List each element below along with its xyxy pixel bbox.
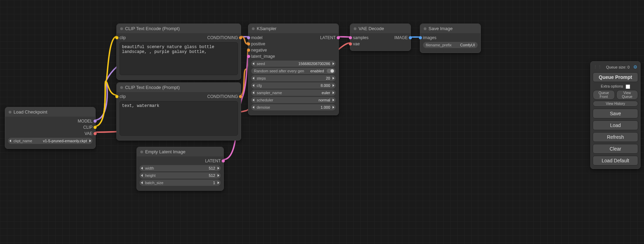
collapse-dot-icon[interactable]: [120, 27, 123, 30]
port-model-icon[interactable]: [94, 120, 97, 123]
port-conditioning-icon[interactable]: [247, 49, 250, 52]
output-vae[interactable]: VAE: [8, 130, 92, 137]
prompt-textarea[interactable]: [120, 101, 238, 136]
toggle-icon[interactable]: [327, 69, 334, 73]
port-image-icon[interactable]: [419, 36, 422, 39]
arrow-left-icon[interactable]: [9, 139, 11, 142]
node-header[interactable]: Save Image: [420, 24, 480, 33]
queue-prompt-button[interactable]: Queue Prompt: [593, 72, 638, 82]
collapse-dot-icon[interactable]: [140, 151, 143, 153]
view-history-button[interactable]: View History: [593, 101, 638, 107]
node-ksampler[interactable]: KSampler model LATENT positive negative …: [248, 24, 339, 115]
output-latent[interactable]: LATENT: [320, 35, 336, 40]
arrow-left-icon[interactable]: [141, 181, 143, 184]
output-conditioning[interactable]: CONDITIONING: [207, 94, 238, 99]
main-menu[interactable]: ⋮⋮ Queue size: 0 ⚙ Queue Prompt Extra op…: [590, 61, 641, 169]
node-empty-latent-image[interactable]: Empty Latent Image LATENT width 512 heig…: [136, 147, 224, 191]
input-clip[interactable]: clip: [120, 35, 126, 40]
save-button[interactable]: Save: [593, 109, 638, 118]
prompt-textarea[interactable]: [120, 42, 238, 75]
node-header[interactable]: KSampler: [248, 24, 338, 33]
input-negative[interactable]: negative: [251, 47, 336, 53]
collapse-dot-icon[interactable]: [9, 111, 11, 114]
port-latent-icon[interactable]: [222, 160, 225, 163]
ckpt-name-widget[interactable]: ckpt_name v1-5-pruned-emaonly.ckpt: [8, 138, 92, 144]
filename-prefix-widget[interactable]: filename_prefix ComfyUI: [423, 42, 478, 48]
arrow-right-icon[interactable]: [218, 181, 219, 184]
drag-handle-icon[interactable]: ⋮⋮: [593, 65, 602, 69]
collapse-dot-icon[interactable]: [424, 27, 426, 30]
batch-size-widget[interactable]: batch_size 1: [140, 180, 221, 186]
cfg-widget[interactable]: cfg8.000: [251, 82, 336, 89]
random-seed-toggle[interactable]: Random seed after every genenabled: [251, 68, 336, 74]
load-default-button[interactable]: Load Default: [593, 156, 638, 165]
output-clip[interactable]: CLIP: [8, 124, 92, 130]
load-button[interactable]: Load: [593, 120, 638, 130]
output-image[interactable]: IMAGE: [394, 35, 408, 40]
node-clip-text-encode-negative[interactable]: CLIP Text Encode (Prompt) clip CONDITION…: [116, 82, 241, 141]
port-vae-icon[interactable]: [94, 132, 97, 135]
arrow-left-icon[interactable]: [141, 167, 143, 170]
arrow-right-icon[interactable]: [333, 106, 334, 109]
view-queue-button[interactable]: View Queue: [616, 90, 638, 100]
steps-widget[interactable]: steps20: [251, 75, 336, 81]
clear-button[interactable]: Clear: [593, 144, 638, 154]
extra-options[interactable]: Extra options: [593, 84, 638, 89]
node-header[interactable]: CLIP Text Encode (Prompt): [117, 83, 241, 92]
output-conditioning[interactable]: CONDITIONING: [207, 35, 238, 40]
arrow-left-icon[interactable]: [253, 106, 254, 109]
output-latent[interactable]: LATENT: [140, 158, 221, 164]
arrow-right-icon[interactable]: [333, 62, 334, 65]
seed-widget[interactable]: seed156680208700286: [251, 61, 336, 67]
input-images[interactable]: images: [423, 35, 478, 41]
collapse-dot-icon[interactable]: [120, 86, 123, 89]
input-vae[interactable]: vae: [353, 41, 408, 47]
arrow-right-icon[interactable]: [333, 91, 334, 94]
arrow-left-icon[interactable]: [253, 77, 254, 80]
extra-options-checkbox[interactable]: [626, 84, 630, 89]
collapse-dot-icon[interactable]: [354, 27, 356, 30]
input-clip[interactable]: clip: [120, 94, 126, 99]
input-latent-image[interactable]: latent_image: [251, 53, 336, 60]
port-image-icon[interactable]: [409, 36, 412, 39]
input-positive[interactable]: positive: [251, 41, 336, 47]
input-model[interactable]: model: [251, 35, 263, 40]
node-clip-text-encode-positive[interactable]: CLIP Text Encode (Prompt) clip CONDITION…: [116, 24, 241, 80]
refresh-button[interactable]: Refresh: [593, 132, 638, 142]
arrow-left-icon[interactable]: [253, 84, 254, 87]
port-latent-icon[interactable]: [337, 36, 340, 39]
node-header[interactable]: Load Checkpoint: [5, 107, 95, 117]
port-vae-icon[interactable]: [349, 43, 352, 46]
denoise-widget[interactable]: denoise1.000: [251, 104, 336, 110]
port-latent-icon[interactable]: [247, 55, 250, 58]
port-conditioning-icon[interactable]: [239, 95, 242, 98]
port-clip-icon[interactable]: [115, 36, 118, 39]
port-conditioning-icon[interactable]: [239, 36, 242, 39]
sampler-name-widget[interactable]: sampler_nameeuler: [251, 90, 336, 96]
arrow-left-icon[interactable]: [253, 62, 254, 65]
arrow-left-icon[interactable]: [253, 91, 254, 94]
node-save-image[interactable]: Save Image images filename_prefix ComfyU…: [420, 24, 481, 53]
arrow-right-icon[interactable]: [333, 99, 334, 101]
node-vae-decode[interactable]: VAE Decode samples IMAGE vae: [350, 24, 411, 51]
port-latent-icon[interactable]: [349, 36, 352, 39]
arrow-right-icon[interactable]: [89, 139, 91, 142]
arrow-left-icon[interactable]: [141, 174, 143, 177]
queue-front-button[interactable]: Queue Front: [593, 90, 615, 100]
input-samples[interactable]: samples: [353, 35, 369, 40]
port-conditioning-icon[interactable]: [247, 43, 250, 46]
arrow-right-icon[interactable]: [333, 84, 334, 87]
node-header[interactable]: VAE Decode: [350, 24, 411, 33]
height-widget[interactable]: height 512: [140, 172, 221, 179]
arrow-right-icon[interactable]: [218, 174, 219, 177]
width-widget[interactable]: width 512: [140, 165, 221, 171]
port-clip-icon[interactable]: [94, 126, 97, 129]
scheduler-widget[interactable]: schedulernormal: [251, 97, 336, 103]
node-header[interactable]: Empty Latent Image: [137, 147, 223, 156]
port-clip-icon[interactable]: [115, 95, 118, 98]
settings-gear-icon[interactable]: ⚙: [633, 64, 637, 70]
port-model-icon[interactable]: [247, 36, 250, 39]
collapse-dot-icon[interactable]: [252, 27, 255, 30]
arrow-right-icon[interactable]: [333, 77, 334, 80]
arrow-right-icon[interactable]: [218, 167, 219, 170]
